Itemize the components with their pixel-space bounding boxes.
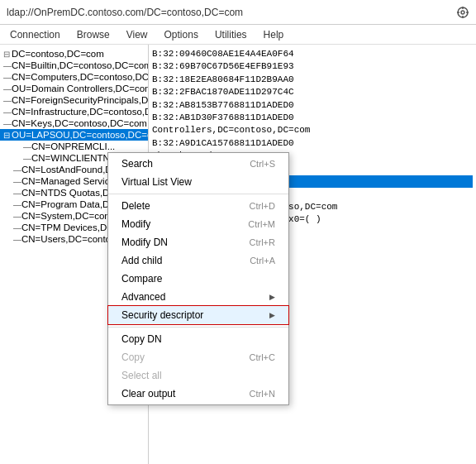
ctx-shortcut-addchild: Ctrl+A — [250, 256, 275, 265]
output-line-0: B:32:09460C08AE1E4A4EA0F64 — [152, 48, 473, 60]
ctx-shortcut-modify: Ctrl+M — [248, 219, 275, 229]
ctx-label-advanced: Advanced — [121, 291, 165, 303]
menu-item-help[interactable]: Help — [257, 27, 291, 42]
ctx-item-advanced[interactable]: Advanced — [108, 288, 288, 306]
tree-label-lapsou: OU=LAPSOU,DC=contoso,DC=com — [12, 130, 148, 140]
ctx-label-search: Search — [121, 158, 153, 170]
tree-toggle-domaincontrollers: — — [3, 84, 12, 93]
tree-label-users: CN=Users,DC=conto... — [21, 234, 119, 244]
ctx-label-clearoutput: Clear output — [121, 388, 175, 399]
menu-item-browse[interactable]: Browse — [70, 27, 117, 42]
tree-item-keys[interactable]: —CN=Keys,DC=contoso,DC=com — [0, 117, 148, 129]
output-line-5: B:32:AB1D30F3768811D1ADED0 — [152, 112, 473, 124]
tree-label-lostandfound: CN=LostAndFound,D... — [21, 165, 120, 175]
tree-toggle-computers: — — [3, 73, 12, 82]
ctx-shortcut-modifydn: Ctrl+R — [250, 237, 275, 247]
menu-item-utilities[interactable]: Utilities — [208, 27, 254, 42]
menu-item-view[interactable]: View — [120, 27, 155, 42]
tree-toggle-lostandfound: — — [13, 165, 21, 175]
tree-toggle-lapsou: ⊟ — [3, 131, 12, 140]
output-line-6: Controllers,DC=contoso,DC=com — [152, 124, 473, 136]
tree-item-computers[interactable]: —CN=Computers,DC=contoso,DC=com — [0, 71, 148, 83]
ctx-shortcut-delete: Ctrl+D — [250, 201, 275, 211]
tree-label-tpmdevices: CN=TPM Devices,DC... — [21, 222, 121, 232]
tree-toggle-users: — — [13, 235, 21, 244]
tree-toggle-system: — — [13, 212, 21, 221]
menu-item-connection[interactable]: Connection — [3, 27, 67, 42]
target-icon[interactable] — [456, 6, 469, 19]
ctx-item-securitydescriptor[interactable]: Security descriptor — [108, 306, 288, 324]
tree-label-keys: CN=Keys,DC=contoso,DC=com — [12, 118, 147, 128]
main-content: ⊟DC=contoso,DC=com—CN=Builtin,DC=contoso… — [0, 45, 476, 464]
ctx-item-search[interactable]: SearchCtrl+S — [108, 155, 288, 173]
ctx-item-compare[interactable]: Compare — [108, 270, 288, 288]
ctx-item-copy: CopyCtrl+C — [108, 348, 288, 366]
tree-label-infrastructure: CN=Infrastructure,DC=contoso,DC=com — [12, 107, 148, 117]
svg-point-1 — [461, 11, 464, 14]
tree-item-lapsou[interactable]: ⊟OU=LAPSOU,DC=contoso,DC=com — [0, 129, 148, 141]
tree-toggle-infrastructure: — — [3, 108, 12, 117]
ctx-label-delete: Delete — [121, 200, 150, 212]
output-line-7: B:32:A9D1CA15768811D1ADED0 — [152, 137, 473, 150]
ctx-item-addchild[interactable]: Add childCtrl+A — [108, 251, 288, 270]
title-bar-text: ldap://OnPremDC.contoso.com/DC=contoso,D… — [7, 7, 243, 18]
tree-toggle-winclientn: — — [23, 154, 31, 163]
ctx-separator-sep2 — [108, 327, 288, 328]
ctx-item-modifydn[interactable]: Modify DNCtrl+R — [108, 233, 288, 251]
ctx-label-copy: Copy — [121, 352, 145, 363]
tree-label-foreignsecurity: CN=ForeignSecurityPrincipals,DC=con... — [12, 95, 148, 105]
tree-toggle-root: ⊟ — [3, 50, 12, 59]
ctx-shortcut-clearoutput: Ctrl+N — [250, 389, 275, 399]
ctx-label-modify: Modify — [121, 218, 150, 230]
ctx-label-virtuallistview: Virtual List View — [121, 176, 192, 188]
tree-label-winclientn: CN=WINCLIENTN... — [31, 153, 117, 163]
tree-toggle-keys: — — [3, 119, 12, 128]
tree-item-onpremcli[interactable]: —CN=ONPREMCLI... — [0, 141, 148, 152]
ctx-shortcut-search: Ctrl+S — [250, 159, 275, 169]
menu-bar: ConnectionBrowseViewOptionsUtilitiesHelp — [0, 25, 476, 45]
ctx-item-delete[interactable]: DeleteCtrl+D — [108, 197, 288, 215]
context-menu: SearchCtrl+SVirtual List ViewDeleteCtrl+… — [107, 152, 289, 405]
tree-item-domaincontrollers[interactable]: —OU=Domain Controllers,DC=contoso,DC=com — [0, 83, 148, 94]
tree-label-onpremcli: CN=ONPREMCLI... — [31, 141, 115, 151]
ctx-label-securitydescriptor: Security descriptor — [121, 309, 203, 321]
tree-toggle-tpmdevices: — — [13, 223, 21, 232]
output-line-2: B:32:18E2EA80684F11D2B9AA0 — [152, 74, 473, 86]
ctx-separator-sep1 — [108, 194, 288, 194]
tree-label-builtin: CN=Builtin,DC=contoso,DC=com — [12, 60, 148, 70]
title-bar: ldap://OnPremDC.contoso.com/DC=contoso,D… — [0, 0, 476, 25]
tree-label-computers: CN=Computers,DC=contoso,DC=com — [12, 72, 148, 82]
tree-item-infrastructure[interactable]: —CN=Infrastructure,DC=contoso,DC=com — [0, 106, 148, 117]
menu-item-options[interactable]: Options — [158, 27, 205, 42]
tree-item-root[interactable]: ⊟DC=contoso,DC=com — [0, 48, 148, 60]
ctx-label-copydn: Copy DN — [121, 333, 162, 345]
ctx-label-compare: Compare — [121, 273, 162, 285]
ctx-label-selectall: Select all — [121, 370, 162, 381]
output-line-3: B:32:2FBAC1870ADE11D297C4C — [152, 86, 473, 98]
ctx-item-selectall: Select all — [108, 366, 288, 385]
tree-item-builtin[interactable]: —CN=Builtin,DC=contoso,DC=com — [0, 60, 148, 71]
ctx-label-modifydn: Modify DN — [121, 237, 168, 248]
ctx-item-virtuallistview[interactable]: Virtual List View — [108, 173, 288, 191]
tree-item-foreignsecurity[interactable]: —CN=ForeignSecurityPrincipals,DC=con... — [0, 94, 148, 106]
tree-toggle-builtin: — — [3, 61, 12, 70]
tree-toggle-ntdsquotas: — — [13, 189, 21, 198]
tree-toggle-onpremcli: — — [23, 142, 31, 151]
ctx-item-clearoutput[interactable]: Clear outputCtrl+N — [108, 385, 288, 403]
tree-label-root: DC=contoso,DC=com — [12, 49, 104, 59]
ctx-item-modify[interactable]: ModifyCtrl+M — [108, 215, 288, 233]
tree-label-managedservice: CN=Managed Servic... — [21, 176, 117, 186]
ctx-shortcut-copy: Ctrl+C — [250, 352, 275, 362]
tree-label-domaincontrollers: OU=Domain Controllers,DC=contoso,DC=com — [12, 84, 148, 93]
ctx-label-addchild: Add child — [121, 255, 162, 266]
tree-toggle-programdata: — — [13, 200, 21, 209]
tree-toggle-foreignsecurity: — — [3, 96, 12, 105]
output-line-4: B:32:AB8153B7768811D1ADED0 — [152, 99, 473, 112]
tree-toggle-managedservice: — — [13, 177, 21, 186]
ctx-item-copydn[interactable]: Copy DN — [108, 330, 288, 348]
output-line-1: B:32:69B70C67D56E4EFB91E93 — [152, 60, 473, 73]
